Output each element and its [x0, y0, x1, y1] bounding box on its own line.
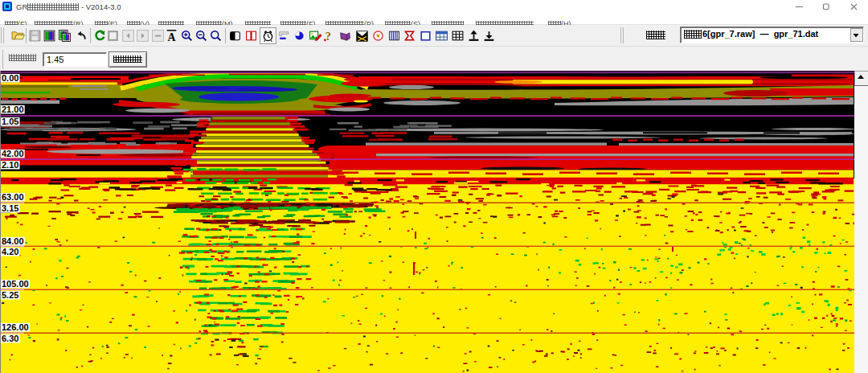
- svg-text:0.00: 0.00: [2, 73, 18, 83]
- svg-text:126.00: 126.00: [2, 322, 29, 332]
- svg-text:42.00: 42.00: [2, 149, 24, 158]
- svg-text:84.00: 84.00: [2, 236, 24, 246]
- svg-text:5.25: 5.25: [2, 290, 18, 300]
- svg-text:6.30: 6.30: [2, 334, 18, 343]
- svg-text:63.00: 63.00: [2, 192, 24, 202]
- svg-text:A: A: [168, 31, 176, 43]
- svg-text:1.05: 1.05: [2, 117, 18, 126]
- svg-text:?: ?: [325, 30, 330, 43]
- svg-text:4.20: 4.20: [2, 247, 18, 256]
- svg-text:21.00: 21.00: [2, 105, 24, 114]
- svg-text:3.15: 3.15: [2, 203, 18, 213]
- svg-text:105.00: 105.00: [2, 279, 29, 289]
- svg-text:2.10: 2.10: [2, 160, 18, 170]
